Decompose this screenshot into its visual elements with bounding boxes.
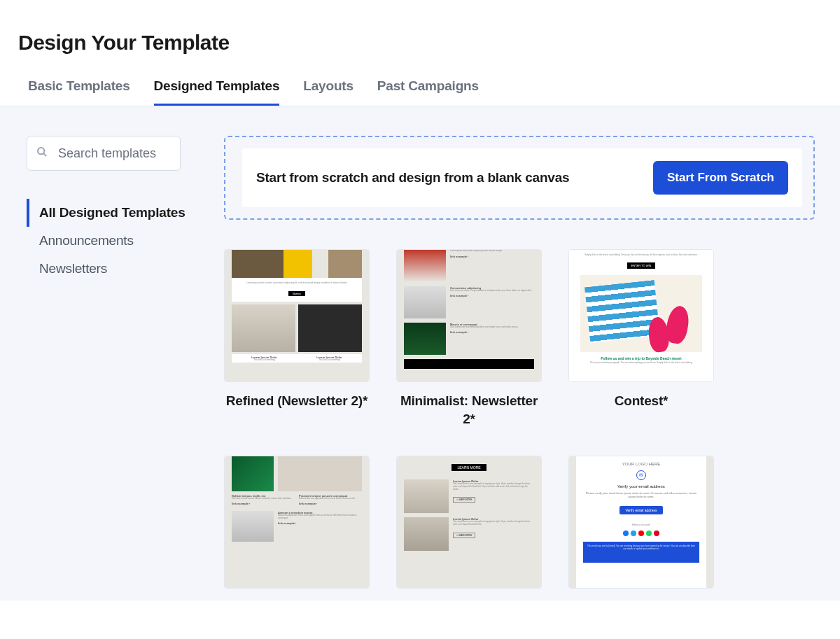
tabs-bar: Basic Templates Designed Templates Layou… bbox=[0, 55, 840, 106]
template-card-minimalist-newsletter-1[interactable]: Nullam tempus mollis estSed vitae massa … bbox=[224, 456, 370, 601]
start-from-scratch-button[interactable]: Start From Scratch bbox=[653, 161, 788, 195]
template-thumbnail: YOUR LOGO HERE ✉ Verify your email addre… bbox=[568, 456, 714, 589]
template-title: Refined (Newsletter 1)* bbox=[396, 598, 542, 601]
content-area: All Designed Templates Announcements New… bbox=[0, 106, 840, 601]
category-all-designed-templates[interactable]: All Designed Templates bbox=[27, 199, 224, 227]
template-thumbnail: Lorem ipsum dolor amet adipiscing amet s… bbox=[396, 249, 542, 382]
bottom-fade bbox=[0, 600, 840, 639]
category-newsletters[interactable]: Newsletters bbox=[27, 255, 224, 283]
template-title: Tech: Verify Email* bbox=[568, 598, 714, 601]
template-title: Minimalist: Newsletter 1* bbox=[224, 598, 370, 601]
template-thumbnail: Simply click on the text to start editin… bbox=[568, 249, 714, 382]
tab-basic-templates[interactable]: Basic Templates bbox=[28, 78, 130, 106]
start-from-scratch-box: Start from scratch and design from a bla… bbox=[224, 136, 815, 220]
template-title: Minimalist: Newsletter 2* bbox=[396, 392, 542, 428]
template-thumbnail: LEARN MORE Lorem Ipsum DolorThis email f… bbox=[396, 456, 542, 589]
template-title: Refined (Newsletter 2)* bbox=[224, 392, 370, 410]
template-thumbnail: Nullam tempus mollis estSed vitae massa … bbox=[224, 456, 370, 589]
start-from-scratch-text: Start from scratch and design from a bla… bbox=[256, 170, 569, 185]
category-announcements[interactable]: Announcements bbox=[27, 227, 224, 255]
tab-past-campaigns[interactable]: Past Campaigns bbox=[377, 78, 479, 106]
template-title: Contest* bbox=[568, 392, 714, 410]
template-grid: Lorem ipsum dolor sit amet, consectetur … bbox=[224, 249, 815, 601]
template-thumbnail: Lorem ipsum dolor sit amet, consectetur … bbox=[224, 249, 370, 382]
category-list: All Designed Templates Announcements New… bbox=[27, 199, 224, 283]
template-card-refined-newsletter-2[interactable]: Lorem ipsum dolor sit amet, consectetur … bbox=[224, 249, 370, 428]
main-panel: Start from scratch and design from a bla… bbox=[224, 106, 840, 601]
svg-point-0 bbox=[38, 148, 44, 154]
sidebar: All Designed Templates Announcements New… bbox=[0, 106, 224, 601]
page-title: Design Your Template bbox=[0, 0, 840, 55]
template-card-tech-verify-email[interactable]: YOUR LOGO HERE ✉ Verify your email addre… bbox=[568, 456, 714, 601]
template-card-contest[interactable]: Simply click on the text to start editin… bbox=[568, 249, 714, 428]
svg-line-1 bbox=[43, 153, 46, 156]
search-wrap bbox=[27, 136, 181, 171]
tab-layouts[interactable]: Layouts bbox=[303, 78, 353, 106]
search-icon bbox=[36, 146, 48, 160]
tab-designed-templates[interactable]: Designed Templates bbox=[154, 78, 280, 106]
template-card-minimalist-newsletter-2[interactable]: Lorem ipsum dolor amet adipiscing amet s… bbox=[396, 249, 542, 428]
template-card-refined-newsletter-1[interactable]: LEARN MORE Lorem Ipsum DolorThis email f… bbox=[396, 456, 542, 601]
search-input[interactable] bbox=[27, 136, 181, 171]
